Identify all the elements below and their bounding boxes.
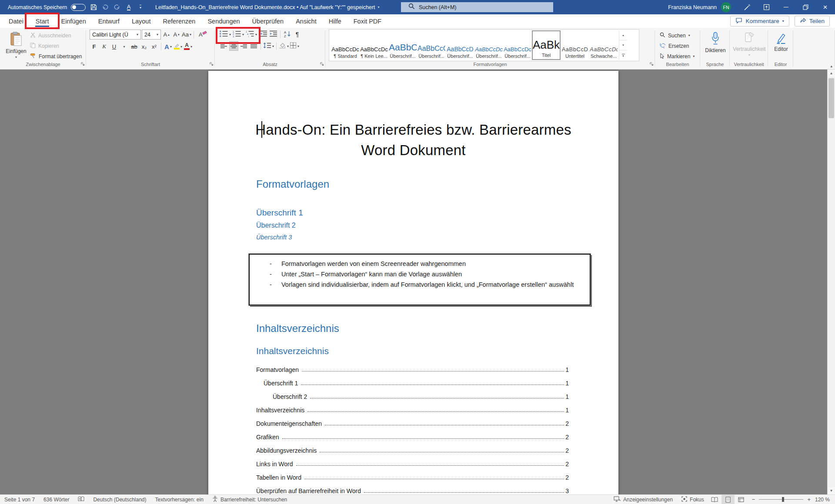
undo-icon[interactable] — [101, 3, 109, 12]
dialog-launcher-icon[interactable] — [320, 61, 324, 68]
copy-button[interactable]: Kopieren — [29, 41, 83, 51]
style-card-standard[interactable]: AaBbCcDc ¶ Standard — [331, 30, 360, 60]
strikethrough-button[interactable]: ab — [130, 42, 139, 51]
decrease-indent-button[interactable] — [259, 30, 268, 39]
toc-entry[interactable]: Überprüfen auf Barrierefreiheit in Word3 — [256, 481, 569, 494]
toc-entry[interactable]: Überschrift 21 — [256, 387, 569, 400]
font-name-select[interactable]: Calibri Light (Ü ▾ — [90, 30, 141, 40]
collapse-ribbon-icon[interactable]: ▴ — [830, 64, 832, 68]
laser-pen-icon[interactable] — [737, 0, 757, 14]
tab-start[interactable]: Start — [30, 14, 55, 28]
text-predictions[interactable]: Textvorhersagen: ein — [150, 495, 207, 504]
search-box[interactable] — [401, 2, 553, 12]
print-layout-button[interactable] — [721, 495, 735, 504]
search-input[interactable] — [419, 4, 523, 10]
sort-button[interactable]: AZ — [283, 30, 292, 39]
toc-entry[interactable]: Inhaltsverzeichnis1 — [256, 400, 569, 414]
document-page[interactable]: Hands-On: Ein Barrierefreies bzw. Barrie… — [208, 71, 618, 494]
underline-options-button[interactable]: ▾ — [120, 42, 129, 51]
font-size-select[interactable]: 24 ▾ — [142, 30, 161, 40]
scroll-down-icon[interactable]: ▼ — [828, 487, 835, 494]
editor-button[interactable]: Editor — [772, 30, 791, 61]
grow-font-button[interactable]: A▴ — [162, 30, 171, 40]
scrollbar-thumb[interactable] — [828, 78, 834, 118]
bold-button[interactable]: F — [90, 42, 99, 51]
align-left-button[interactable] — [219, 41, 228, 51]
tab-ueberpruefen[interactable]: Überprüfen — [246, 14, 290, 28]
style-card-kein-leerraum[interactable]: AaBbCcDc ¶ Kein Lee... — [360, 30, 388, 60]
redo-icon[interactable] — [113, 3, 121, 12]
style-card-ueberschrift-5[interactable]: AaBbCcDc Überschrif... — [503, 30, 532, 60]
toc-entry[interactable]: Grafiken2 — [256, 427, 569, 441]
avatar[interactable]: FN — [721, 2, 731, 12]
dialog-launcher-icon[interactable] — [81, 61, 85, 68]
dialog-launcher-icon[interactable] — [650, 61, 654, 68]
user-name[interactable]: Franziska Neumann — [668, 4, 717, 10]
borders-button[interactable]: ▾ — [290, 41, 299, 51]
font-color-button[interactable]: A ▾ — [184, 42, 193, 51]
comments-button[interactable]: Kommentare ▾ — [730, 16, 789, 27]
dialog-launcher-icon[interactable] — [210, 61, 214, 68]
zoom-slider[interactable] — [759, 499, 803, 500]
bullet-list-button[interactable]: ▾ — [219, 30, 231, 39]
find-button[interactable]: Suchen ▾ — [658, 30, 696, 40]
sensitivity-button[interactable]: Vertraulichkeit ▾ — [733, 30, 765, 61]
style-card-titel-selected[interactable]: AaBk Titel — [532, 30, 561, 60]
web-layout-button[interactable] — [735, 495, 748, 504]
toc-entry[interactable]: Abbildungsverzeichnis2 — [256, 441, 569, 454]
ribbon-display-options-icon[interactable] — [757, 0, 776, 14]
style-card-schwache-hervorhebung[interactable]: AaBbCcDc Schwache... — [589, 30, 618, 60]
proofing-status[interactable] — [73, 495, 89, 504]
style-card-ueberschrift-2[interactable]: AaBbCcC Überschrif... — [417, 30, 446, 60]
zoom-level[interactable]: 120 % — [815, 497, 835, 503]
tab-ansicht[interactable]: Ansicht — [290, 14, 323, 28]
quick-font-color-icon[interactable]: A — [125, 3, 133, 12]
paste-button[interactable]: Einfügen ▾ — [3, 30, 29, 61]
numbered-list-button[interactable]: 123 ▾ — [232, 30, 244, 39]
tab-entwurf[interactable]: Entwurf — [92, 14, 126, 28]
toc-entry[interactable]: Überschrift 11 — [256, 373, 569, 387]
justify-button[interactable] — [249, 41, 258, 51]
subscript-button[interactable]: x₂ — [140, 42, 149, 51]
italic-button[interactable]: K — [100, 42, 109, 51]
toc-entry[interactable]: Links in Word2 — [256, 454, 569, 468]
tab-foxit-pdf[interactable]: Foxit PDF — [347, 14, 387, 28]
shading-button[interactable]: ▾ — [279, 41, 289, 51]
gallery-scroll-up-icon[interactable]: ▴ — [619, 30, 627, 40]
toc-entry[interactable]: Formatvorlagen1 — [256, 360, 569, 373]
clear-formatting-button[interactable]: A — [196, 30, 205, 40]
tab-einfuegen[interactable]: Einfügen — [55, 14, 92, 28]
gallery-more-icon[interactable]: ▾ — [619, 50, 627, 60]
display-settings-button[interactable]: Anzeigeeinstellungen — [609, 495, 677, 504]
dictate-button[interactable]: Diktieren — [704, 30, 727, 61]
text-highlight-button[interactable]: ▾ — [174, 42, 183, 51]
focus-button[interactable]: Fokus — [677, 495, 708, 504]
replace-button[interactable]: bc Ersetzen — [658, 41, 696, 51]
cut-button[interactable]: Ausschneiden — [29, 30, 83, 40]
zoom-in-button[interactable]: + — [807, 496, 811, 503]
autosave-toggle[interactable] — [71, 4, 86, 11]
align-right-button[interactable] — [239, 41, 248, 51]
text-effects-button[interactable]: A▾ — [164, 42, 173, 51]
close-button[interactable]: × — [815, 0, 835, 14]
increase-indent-button[interactable] — [269, 30, 278, 39]
title-dropdown-icon[interactable]: ▾ — [378, 5, 380, 9]
toc-entry[interactable]: Dokumenteigenschaften2 — [256, 414, 569, 427]
tab-referenzen[interactable]: Referenzen — [157, 14, 201, 28]
vertical-scrollbar[interactable]: ▲ ▼ — [827, 70, 835, 494]
format-painter-button[interactable]: Format übertragen — [29, 51, 83, 61]
page-indicator[interactable]: Seite 1 von 7 — [0, 495, 39, 504]
save-icon[interactable] — [90, 3, 97, 12]
style-card-ueberschrift-3[interactable]: AaBbCcD Überschrif... — [446, 30, 474, 60]
toc-entry[interactable]: Tabellen in Word2 — [256, 468, 569, 481]
underline-button[interactable]: U — [110, 42, 119, 51]
change-case-button[interactable]: Aa▾ — [182, 30, 191, 40]
minimize-button[interactable] — [776, 0, 796, 14]
style-card-untertitel[interactable]: AaBbCcD Untertitel — [561, 30, 589, 60]
zoom-out-button[interactable]: − — [752, 496, 755, 503]
gallery-scroll-down-icon[interactable]: ▾ — [619, 40, 627, 50]
multilevel-list-button[interactable]: 1ai ▾ — [245, 30, 257, 39]
tab-sendungen[interactable]: Sendungen — [201, 14, 246, 28]
shrink-font-button[interactable]: A▾ — [172, 30, 181, 40]
tab-hilfe[interactable]: Hilfe — [323, 14, 347, 28]
